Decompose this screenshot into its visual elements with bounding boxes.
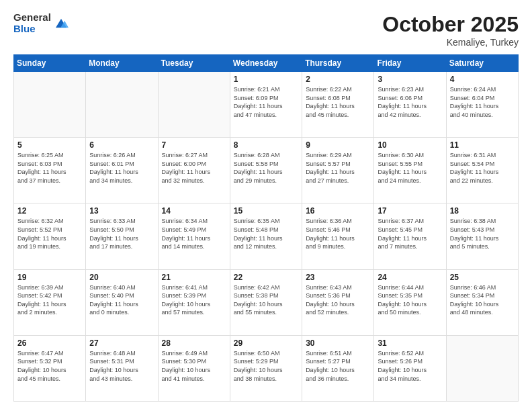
day-info: Sunrise: 6:40 AM Sunset: 5:40 PM Dayligh… xyxy=(89,283,154,317)
cell-w5-d3: 28Sunrise: 6:49 AM Sunset: 5:30 PM Dayli… xyxy=(158,335,230,401)
cell-w4-d7: 25Sunrise: 6:46 AM Sunset: 5:34 PM Dayli… xyxy=(446,269,518,335)
day-number: 20 xyxy=(89,273,154,282)
cell-w2-d4: 8Sunrise: 6:28 AM Sunset: 5:58 PM Daylig… xyxy=(230,138,302,203)
day-number: 7 xyxy=(162,140,226,150)
header: General Blue October 2025 Kemaliye, Turk… xyxy=(13,12,519,48)
page: General Blue October 2025 Kemaliye, Turk… xyxy=(0,0,532,411)
col-monday: Monday xyxy=(86,55,158,72)
day-info: Sunrise: 6:31 AM Sunset: 5:54 PM Dayligh… xyxy=(450,151,515,185)
day-number: 26 xyxy=(17,338,82,348)
week-row-2: 5Sunrise: 6:25 AM Sunset: 6:03 PM Daylig… xyxy=(14,138,519,203)
col-tuesday: Tuesday xyxy=(158,55,230,72)
cell-w2-d6: 10Sunrise: 6:30 AM Sunset: 5:55 PM Dayli… xyxy=(374,138,446,203)
col-sunday: Sunday xyxy=(14,55,86,72)
cell-w1-d6: 3Sunrise: 6:23 AM Sunset: 6:06 PM Daylig… xyxy=(374,72,446,138)
day-number: 1 xyxy=(234,75,298,84)
cell-w4-d6: 24Sunrise: 6:44 AM Sunset: 5:35 PM Dayli… xyxy=(374,269,446,335)
day-info: Sunrise: 6:48 AM Sunset: 5:31 PM Dayligh… xyxy=(89,349,154,383)
day-number: 30 xyxy=(306,338,370,348)
day-number: 21 xyxy=(162,273,226,282)
day-number: 3 xyxy=(378,75,442,84)
cell-w4-d5: 23Sunrise: 6:43 AM Sunset: 5:36 PM Dayli… xyxy=(302,269,374,335)
day-number: 18 xyxy=(450,206,515,216)
cell-w2-d7: 11Sunrise: 6:31 AM Sunset: 5:54 PM Dayli… xyxy=(446,138,518,203)
day-info: Sunrise: 6:36 AM Sunset: 5:46 PM Dayligh… xyxy=(306,217,370,250)
day-info: Sunrise: 6:24 AM Sunset: 6:04 PM Dayligh… xyxy=(450,85,515,119)
col-thursday: Thursday xyxy=(302,55,374,72)
day-info: Sunrise: 6:35 AM Sunset: 5:48 PM Dayligh… xyxy=(234,217,298,250)
cell-w4-d1: 19Sunrise: 6:39 AM Sunset: 5:42 PM Dayli… xyxy=(14,269,86,335)
col-saturday: Saturday xyxy=(446,55,518,72)
day-info: Sunrise: 6:37 AM Sunset: 5:45 PM Dayligh… xyxy=(378,217,442,250)
day-info: Sunrise: 6:33 AM Sunset: 5:50 PM Dayligh… xyxy=(89,217,154,250)
cell-w1-d5: 2Sunrise: 6:22 AM Sunset: 6:08 PM Daylig… xyxy=(302,72,374,138)
day-info: Sunrise: 6:28 AM Sunset: 5:58 PM Dayligh… xyxy=(234,151,298,185)
day-info: Sunrise: 6:22 AM Sunset: 6:08 PM Dayligh… xyxy=(306,85,370,119)
week-row-1: 1Sunrise: 6:21 AM Sunset: 6:09 PM Daylig… xyxy=(14,72,519,138)
logo-icon xyxy=(54,17,69,32)
day-info: Sunrise: 6:52 AM Sunset: 5:26 PM Dayligh… xyxy=(378,349,442,383)
day-number: 24 xyxy=(378,273,442,282)
day-number: 6 xyxy=(89,140,154,150)
day-number: 14 xyxy=(162,206,226,216)
cell-w5-d1: 26Sunrise: 6:47 AM Sunset: 5:32 PM Dayli… xyxy=(14,335,86,401)
day-number: 10 xyxy=(378,140,442,150)
day-number: 15 xyxy=(234,206,298,216)
day-info: Sunrise: 6:49 AM Sunset: 5:30 PM Dayligh… xyxy=(162,349,226,383)
day-number: 29 xyxy=(234,338,298,348)
cell-w3-d4: 15Sunrise: 6:35 AM Sunset: 5:48 PM Dayli… xyxy=(230,203,302,269)
cell-w4-d2: 20Sunrise: 6:40 AM Sunset: 5:40 PM Dayli… xyxy=(86,269,158,335)
day-info: Sunrise: 6:32 AM Sunset: 5:52 PM Dayligh… xyxy=(17,217,82,250)
cell-w1-d2 xyxy=(86,72,158,138)
week-row-3: 12Sunrise: 6:32 AM Sunset: 5:52 PM Dayli… xyxy=(14,203,519,269)
day-info: Sunrise: 6:51 AM Sunset: 5:27 PM Dayligh… xyxy=(306,349,370,383)
calendar-table: Sunday Monday Tuesday Wednesday Thursday… xyxy=(13,54,519,402)
week-row-5: 26Sunrise: 6:47 AM Sunset: 5:32 PM Dayli… xyxy=(14,335,519,401)
logo-text: General Blue xyxy=(13,12,51,34)
day-number: 5 xyxy=(17,140,82,150)
day-info: Sunrise: 6:23 AM Sunset: 6:06 PM Dayligh… xyxy=(378,85,442,119)
cell-w3-d2: 13Sunrise: 6:33 AM Sunset: 5:50 PM Dayli… xyxy=(86,203,158,269)
cell-w3-d7: 18Sunrise: 6:38 AM Sunset: 5:43 PM Dayli… xyxy=(446,203,518,269)
day-number: 13 xyxy=(89,206,154,216)
day-number: 12 xyxy=(17,206,82,216)
day-info: Sunrise: 6:42 AM Sunset: 5:38 PM Dayligh… xyxy=(234,283,298,317)
cell-w3-d5: 16Sunrise: 6:36 AM Sunset: 5:46 PM Dayli… xyxy=(302,203,374,269)
month-title: October 2025 xyxy=(382,12,519,37)
day-info: Sunrise: 6:44 AM Sunset: 5:35 PM Dayligh… xyxy=(378,283,442,317)
cell-w1-d4: 1Sunrise: 6:21 AM Sunset: 6:09 PM Daylig… xyxy=(230,72,302,138)
day-info: Sunrise: 6:50 AM Sunset: 5:29 PM Dayligh… xyxy=(234,349,298,383)
day-number: 2 xyxy=(306,75,370,84)
cell-w2-d3: 7Sunrise: 6:27 AM Sunset: 6:00 PM Daylig… xyxy=(158,138,230,203)
cell-w1-d7: 4Sunrise: 6:24 AM Sunset: 6:04 PM Daylig… xyxy=(446,72,518,138)
cell-w5-d7 xyxy=(446,335,518,401)
day-number: 23 xyxy=(306,273,370,282)
cell-w5-d5: 30Sunrise: 6:51 AM Sunset: 5:27 PM Dayli… xyxy=(302,335,374,401)
col-wednesday: Wednesday xyxy=(230,55,302,72)
logo-blue: Blue xyxy=(13,24,51,35)
day-info: Sunrise: 6:38 AM Sunset: 5:43 PM Dayligh… xyxy=(450,217,515,250)
day-info: Sunrise: 6:21 AM Sunset: 6:09 PM Dayligh… xyxy=(234,85,298,119)
day-info: Sunrise: 6:30 AM Sunset: 5:55 PM Dayligh… xyxy=(378,151,442,185)
day-info: Sunrise: 6:25 AM Sunset: 6:03 PM Dayligh… xyxy=(17,151,82,185)
day-number: 27 xyxy=(89,338,154,348)
day-info: Sunrise: 6:27 AM Sunset: 6:00 PM Dayligh… xyxy=(162,151,226,185)
week-row-4: 19Sunrise: 6:39 AM Sunset: 5:42 PM Dayli… xyxy=(14,269,519,335)
day-number: 9 xyxy=(306,140,370,150)
cell-w4-d3: 21Sunrise: 6:41 AM Sunset: 5:39 PM Dayli… xyxy=(158,269,230,335)
day-number: 17 xyxy=(378,206,442,216)
logo-general: General xyxy=(13,12,51,24)
cell-w3-d3: 14Sunrise: 6:34 AM Sunset: 5:49 PM Dayli… xyxy=(158,203,230,269)
day-info: Sunrise: 6:41 AM Sunset: 5:39 PM Dayligh… xyxy=(162,283,226,317)
day-number: 31 xyxy=(378,338,442,348)
day-number: 19 xyxy=(17,273,82,282)
day-number: 11 xyxy=(450,140,515,150)
cell-w1-d1 xyxy=(14,72,86,138)
location-subtitle: Kemaliye, Turkey xyxy=(382,37,519,48)
day-info: Sunrise: 6:29 AM Sunset: 5:57 PM Dayligh… xyxy=(306,151,370,185)
title-block: October 2025 Kemaliye, Turkey xyxy=(382,12,519,48)
day-info: Sunrise: 6:39 AM Sunset: 5:42 PM Dayligh… xyxy=(17,283,82,317)
cell-w5-d4: 29Sunrise: 6:50 AM Sunset: 5:29 PM Dayli… xyxy=(230,335,302,401)
cell-w4-d4: 22Sunrise: 6:42 AM Sunset: 5:38 PM Dayli… xyxy=(230,269,302,335)
day-number: 25 xyxy=(450,273,515,282)
